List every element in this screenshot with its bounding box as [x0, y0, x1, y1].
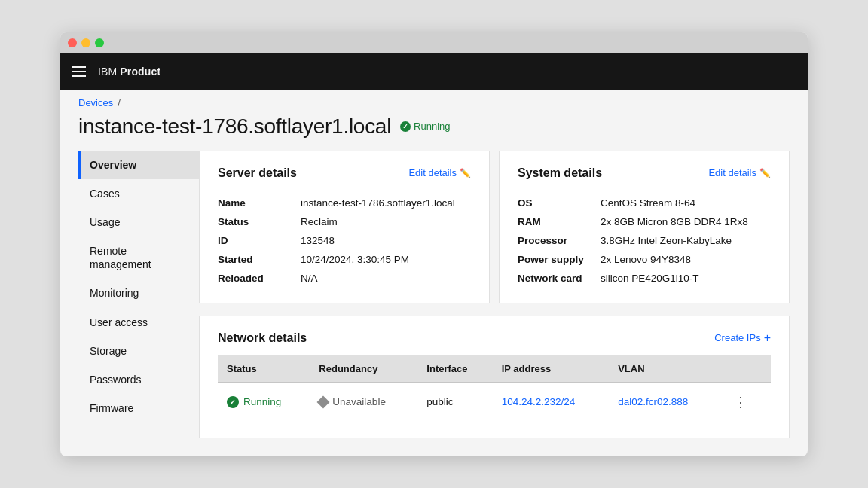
window-titlebar — [60, 32, 808, 53]
app-window: IBM Product Devices / instance-test-1786… — [60, 32, 808, 456]
field-value: 2x 8GB Micron 8GB DDR4 1Rx8 — [601, 212, 771, 231]
sidebar-item-monitoring[interactable]: Monitoring — [78, 279, 199, 307]
content-area: Server details Edit details ✏️ Nameinsta… — [199, 151, 790, 438]
hamburger-menu[interactable] — [72, 66, 86, 77]
field-value: instance-test-1786.softlayer1.local — [301, 194, 471, 212]
brand-logo: IBM Product — [98, 66, 160, 78]
sidebar-item-passwords[interactable]: Passwords — [78, 365, 199, 394]
column-header: Interface — [417, 355, 492, 383]
table-row: Power supply2x Lenovo 94Y8348 — [518, 250, 771, 269]
field-label: Network card — [518, 269, 601, 288]
breadcrumb-separator: / — [118, 97, 121, 108]
system-edit-label: Edit details — [708, 167, 756, 178]
server-details-title: Server details — [218, 166, 297, 180]
field-label: RAM — [518, 212, 601, 231]
table-row: Running Unavailable public 104.24.2.232/… — [218, 382, 771, 422]
field-label: Name — [218, 194, 301, 212]
row-status-dot — [227, 396, 239, 408]
field-label: Reloaded — [218, 269, 301, 288]
table-row: Started10/24/2024, 3:30:45 PM — [218, 250, 471, 269]
network-card-header: Network details Create IPs + — [218, 331, 771, 345]
close-btn[interactable] — [68, 38, 77, 47]
maximize-btn[interactable] — [95, 38, 104, 47]
redundancy-text: Unavailable — [332, 396, 386, 407]
breadcrumb-devices-link[interactable]: Devices — [78, 97, 113, 108]
minimize-btn[interactable] — [81, 38, 90, 47]
sidebar-item-overview[interactable]: Overview — [78, 151, 199, 179]
system-details-table: OSCentOS Stream 8-64RAM2x 8GB Micron 8GB… — [518, 194, 771, 288]
brand-normal: IBM — [98, 66, 120, 78]
field-label: Power supply — [518, 250, 601, 269]
diamond-icon — [317, 395, 330, 408]
sidebar-item-firmware[interactable]: Firmware — [78, 394, 199, 422]
server-edit-link[interactable]: Edit details ✏️ — [408, 167, 471, 178]
column-header-action — [721, 355, 771, 383]
table-row: ID132548 — [218, 231, 471, 250]
table-row: Processor3.8GHz Intel Zeon-KabyLake — [518, 231, 771, 250]
system-details-card: System details Edit details ✏️ OSCentOS … — [499, 151, 790, 303]
column-header: Status — [218, 355, 310, 383]
ip-address-cell[interactable]: 104.24.2.232/24 — [493, 382, 609, 422]
field-value: Reclaim — [301, 212, 471, 231]
sidebar-item-usage[interactable]: Usage — [78, 208, 199, 236]
server-card-header: Server details Edit details ✏️ — [218, 166, 471, 180]
field-label: OS — [518, 194, 601, 212]
breadcrumb: Devices / — [60, 90, 808, 111]
table-row: ReloadedN/A — [218, 269, 471, 288]
field-value: CentOS Stream 8-64 — [601, 194, 771, 212]
more-options-button[interactable]: ⋮ — [730, 392, 751, 413]
table-row: RAM2x 8GB Micron 8GB DDR4 1Rx8 — [518, 212, 771, 231]
system-edit-icon: ✏️ — [760, 168, 771, 178]
page-title: instance-test-1786.softlayer1.local — [78, 114, 391, 139]
server-details-card: Server details Edit details ✏️ Nameinsta… — [199, 151, 490, 303]
sidebar-item-storage[interactable]: Storage — [78, 337, 199, 365]
field-value: 10/24/2024, 3:30:45 PM — [301, 250, 471, 269]
sidebar-item-cases[interactable]: Cases — [78, 179, 199, 208]
plus-icon: + — [764, 331, 771, 345]
sidebar: Overview Cases Usage Remote management M… — [78, 151, 199, 438]
system-details-title: System details — [518, 166, 602, 180]
field-label: Processor — [518, 231, 601, 250]
field-label: Started — [218, 250, 301, 269]
field-value: silicon PE420G1i10-T — [601, 269, 771, 288]
sidebar-item-remote-management[interactable]: Remote management — [78, 236, 199, 279]
column-header: VLAN — [609, 355, 721, 383]
server-edit-label: Edit details — [408, 167, 457, 178]
page-header: instance-test-1786.softlayer1.local Runn… — [60, 111, 808, 151]
table-row: StatusReclaim — [218, 212, 471, 231]
status-text: Running — [414, 120, 450, 132]
network-details-card: Network details Create IPs + StatusRedun… — [199, 316, 790, 438]
vlan-cell[interactable]: dal02.fcr02.888 — [609, 382, 721, 422]
status-badge: Running — [400, 120, 450, 132]
status-dot-icon — [400, 121, 411, 132]
table-row: Nameinstance-test-1786.softlayer1.local — [218, 194, 471, 212]
sidebar-item-user-access[interactable]: User access — [78, 308, 199, 337]
field-value: 2x Lenovo 94Y8348 — [601, 250, 771, 269]
field-label: Status — [218, 212, 301, 231]
network-table: StatusRedundancyInterfaceIP addressVLAN … — [218, 355, 771, 422]
table-row: Network cardsilicon PE420G1i10-T — [518, 269, 771, 288]
table-row: OSCentOS Stream 8-64 — [518, 194, 771, 212]
column-header: Redundancy — [310, 355, 417, 383]
create-ips-label: Create IPs — [714, 332, 760, 343]
status-cell: Running — [218, 382, 310, 422]
column-header: IP address — [493, 355, 609, 383]
field-value: 132548 — [301, 231, 471, 250]
server-details-table: Nameinstance-test-1786.softlayer1.localS… — [218, 194, 471, 288]
interface-cell: public — [417, 382, 492, 422]
field-label: ID — [218, 231, 301, 250]
system-edit-link[interactable]: Edit details ✏️ — [708, 167, 771, 178]
create-ips-link[interactable]: Create IPs + — [714, 331, 771, 345]
row-status-text: Running — [243, 396, 281, 407]
edit-icon: ✏️ — [460, 168, 471, 178]
field-value: N/A — [301, 269, 471, 288]
network-details-title: Network details — [218, 331, 307, 345]
action-cell: ⋮ — [721, 382, 771, 422]
redundancy-cell: Unavailable — [310, 382, 417, 422]
top-navigation: IBM Product — [60, 53, 808, 90]
main-layout: Overview Cases Usage Remote management M… — [60, 151, 808, 456]
field-value: 3.8GHz Intel Zeon-KabyLake — [601, 231, 771, 250]
system-card-header: System details Edit details ✏️ — [518, 166, 771, 180]
detail-cards-row: Server details Edit details ✏️ Nameinsta… — [199, 151, 790, 303]
brand-bold: Product — [120, 66, 160, 78]
